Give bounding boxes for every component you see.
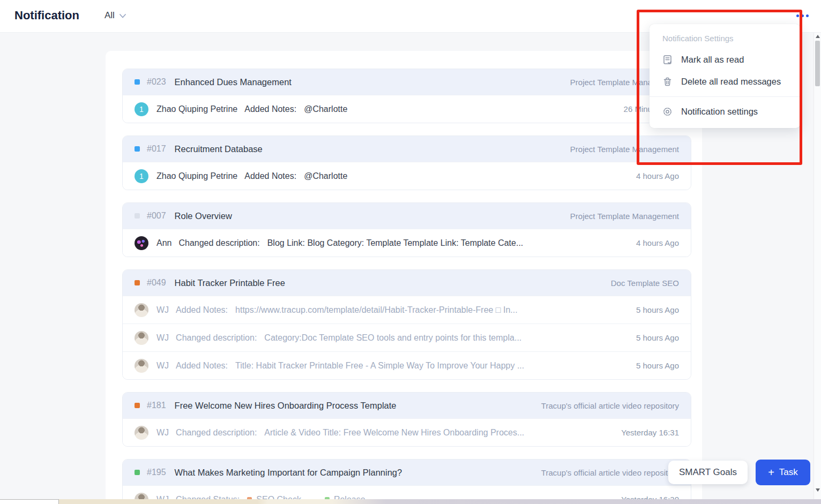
menu-divider: [650, 96, 800, 97]
task-id: #023: [147, 77, 166, 87]
notification-header[interactable]: #023 Enhanced Dues Management Project Te…: [123, 69, 691, 95]
task-id: #195: [147, 468, 166, 477]
add-task-button[interactable]: + Task: [756, 460, 810, 485]
entry-user: WJ: [156, 333, 169, 343]
gear-icon: [662, 106, 673, 117]
notification-header[interactable]: #195 What Makes Marketing Important for …: [123, 460, 691, 485]
notification-header[interactable]: #017 Recruitment Database Project Templa…: [123, 136, 691, 162]
scrollbar-thumb[interactable]: [815, 41, 820, 86]
avatar: 1: [135, 102, 148, 116]
scroll-down-arrow-icon[interactable]: [816, 488, 820, 492]
entry-action: Changed description:: [176, 428, 257, 438]
bottom-left-scroll-box: [0, 499, 59, 504]
task-id: #049: [147, 278, 166, 288]
mark-read-icon: [662, 54, 673, 65]
menu-item-delete-all-read[interactable]: Delete all read messages: [650, 71, 800, 93]
entry-user: Zhao Qiuping Petrine: [156, 104, 237, 114]
status-bullet-icon: [135, 146, 140, 152]
notification-entry[interactable]: WJ Added Notes: https://www.tracup.com/t…: [123, 296, 691, 324]
entry-content: Category:Doc Template SEO tools and entr…: [264, 333, 628, 343]
entry-time: Yesterday 16:31: [621, 428, 679, 437]
entry-time: 4 hours Ago: [636, 171, 679, 180]
project-label: Project Template Management: [570, 145, 679, 154]
notification-list: #023 Enhanced Dues Management Project Te…: [122, 69, 691, 504]
menu-item-label: Mark all as read: [681, 55, 744, 65]
notification-item: #049 Habit Tracker Printable Free Doc Te…: [122, 269, 691, 380]
task-id: #181: [147, 401, 166, 410]
entry-action: Changed description:: [178, 238, 259, 248]
status-bullet-icon: [135, 403, 140, 408]
avatar: [135, 331, 148, 345]
entry-content: @Charlotte: [304, 104, 615, 114]
menu-item-notification-settings[interactable]: Notification settings: [650, 101, 800, 123]
notification-item: #195 What Makes Marketing Important for …: [122, 459, 691, 504]
notification-settings-menu: Notification Settings Mark all as read D…: [650, 24, 800, 128]
filter-label: All: [105, 10, 115, 21]
entry-action: Added Notes:: [176, 305, 228, 315]
notification-item: #023 Enhanced Dues Management Project Te…: [122, 69, 691, 123]
entry-user: WJ: [156, 305, 169, 315]
entry-action: Added Notes:: [244, 104, 296, 114]
background-window-strip: [0, 499, 821, 504]
entry-time: 5 hours Ago: [636, 333, 679, 342]
notification-entry[interactable]: 1 Zhao Qiuping Petrine Added Notes: @Cha…: [123, 162, 691, 190]
notification-page: Notification All #023 Enhanced Dues Mana…: [0, 0, 821, 504]
notification-entry[interactable]: WJ Added Notes: Title: Habit Tracker Pri…: [123, 351, 691, 379]
filter-dropdown[interactable]: All: [105, 10, 127, 21]
entry-time: 5 hours Ago: [636, 361, 679, 370]
entry-time: 5 hours Ago: [636, 305, 679, 314]
task-id: #007: [147, 211, 166, 221]
task-title: Enhanced Dues Management: [175, 77, 292, 87]
project-label: Project Template Management: [570, 212, 679, 221]
entry-content: https://www.tracup.com/template/detail/H…: [235, 305, 628, 315]
task-title: What Makes Marketing Important for Campa…: [175, 468, 402, 478]
entry-content: Blog Link: Blog Category: Template Templ…: [267, 238, 628, 248]
status-bullet-icon: [135, 280, 140, 285]
avatar: 1: [135, 169, 148, 183]
notification-entry[interactable]: WJ Changed description: Article & Video …: [123, 418, 691, 446]
task-id: #017: [147, 144, 166, 154]
project-label: Tracup's official article video reposito…: [541, 401, 679, 410]
entry-time: 4 hours Ago: [636, 238, 679, 247]
menu-item-mark-all-read[interactable]: Mark all as read: [650, 49, 800, 71]
entry-content: Title: Habit Tracker Printable Free - A …: [235, 361, 628, 371]
chevron-down-icon: [118, 12, 127, 19]
task-title: Free Welcome New Hires Onboarding Proces…: [175, 401, 397, 411]
notification-card: #023 Enhanced Dues Management Project Te…: [106, 51, 702, 504]
notification-item: #181 Free Welcome New Hires Onboarding P…: [122, 392, 691, 447]
avatar: [135, 359, 148, 373]
more-menu-button[interactable]: [796, 14, 809, 17]
entry-user: Ann: [156, 238, 171, 248]
entry-content: Article & Video Title: Free Welcome New …: [264, 428, 613, 438]
entry-user: Zhao Qiuping Petrine: [156, 171, 237, 181]
notification-entry[interactable]: WJ Changed description: Category:Doc Tem…: [123, 324, 691, 351]
smart-goals-button[interactable]: SMART Goals: [668, 461, 748, 484]
avatar: [135, 426, 148, 440]
notification-header[interactable]: #049 Habit Tracker Printable Free Doc Te…: [123, 270, 691, 296]
vertical-scrollbar[interactable]: [813, 33, 821, 499]
entry-user: WJ: [156, 428, 169, 438]
task-title: Habit Tracker Printable Free: [175, 278, 285, 288]
entry-content: @Charlotte: [304, 171, 628, 181]
entry-action: Added Notes:: [244, 171, 296, 181]
task-title: Role Overview: [175, 211, 232, 221]
status-bullet-icon: [135, 213, 140, 219]
entry-action: Added Notes:: [176, 361, 228, 371]
notification-header[interactable]: #007 Role Overview Project Template Mana…: [123, 203, 691, 229]
entry-user: WJ: [156, 361, 169, 371]
task-title: Recruitment Database: [175, 144, 263, 154]
menu-item-label: Notification settings: [681, 107, 758, 117]
status-bullet-icon: [135, 79, 140, 85]
plus-icon: +: [768, 467, 774, 478]
project-label: Tracup's official article video reposito…: [541, 468, 679, 477]
menu-section-label: Notification Settings: [650, 31, 800, 49]
project-label: Doc Template SEO: [611, 279, 679, 288]
page-title: Notification: [14, 9, 79, 22]
notification-item: #007 Role Overview Project Template Mana…: [122, 202, 691, 257]
status-bullet-icon: [135, 470, 140, 475]
entry-action: Changed description:: [176, 333, 257, 343]
scroll-up-arrow-icon[interactable]: [816, 35, 820, 38]
notification-entry[interactable]: 1 Zhao Qiuping Petrine Added Notes: @Cha…: [123, 95, 691, 123]
notification-entry[interactable]: Ann Changed description: Blog Link: Blog…: [123, 229, 691, 257]
notification-header[interactable]: #181 Free Welcome New Hires Onboarding P…: [123, 393, 691, 418]
